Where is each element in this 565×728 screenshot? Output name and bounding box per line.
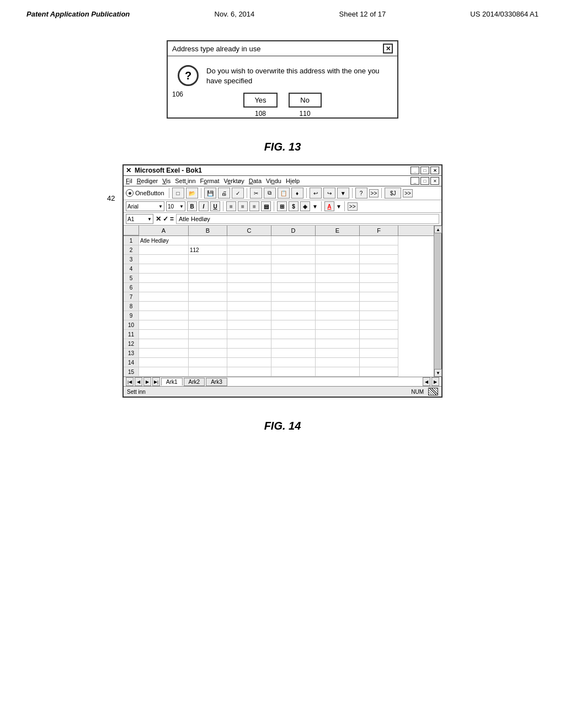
cell-b4[interactable]: [189, 264, 227, 274]
cell-c10[interactable]: [227, 320, 271, 330]
cell-b12[interactable]: [189, 339, 227, 349]
tab-scroll-end[interactable]: ▶: [431, 377, 439, 386]
paste-btn[interactable]: 📋: [278, 188, 290, 199]
menu-vis[interactable]: Vis: [162, 178, 170, 184]
cell-e13[interactable]: [316, 349, 360, 358]
cell-f6[interactable]: [360, 283, 398, 292]
maximize-button[interactable]: □: [420, 167, 429, 174]
yes-button[interactable]: Yes: [243, 93, 277, 108]
cell-b14[interactable]: [189, 358, 227, 367]
doc-close-button[interactable]: ✕: [430, 177, 439, 185]
size-select[interactable]: 10 ▼: [166, 201, 185, 211]
tab-next-button[interactable]: ▶: [143, 377, 151, 386]
cell-f4[interactable]: [360, 264, 398, 274]
cell-c8[interactable]: [227, 302, 271, 311]
cell-b6[interactable]: [189, 283, 227, 292]
cell-d6[interactable]: [271, 283, 316, 292]
cell-b15[interactable]: [189, 367, 227, 377]
bold-button[interactable]: B: [187, 201, 197, 211]
cell-e8[interactable]: [316, 302, 360, 311]
extra-btn[interactable]: $J: [385, 188, 401, 199]
sheet-tab-ark2[interactable]: Ark2: [184, 378, 205, 386]
cell-d1[interactable]: [271, 236, 316, 245]
cell-d9[interactable]: [271, 311, 316, 320]
cell-a11[interactable]: [139, 330, 189, 339]
cell-a1[interactable]: Atle Hedløy: [139, 236, 189, 245]
align-left-btn[interactable]: ≡: [226, 201, 236, 211]
cell-e6[interactable]: [316, 283, 360, 292]
cell-d2[interactable]: [271, 245, 316, 255]
cell-c4[interactable]: [227, 264, 271, 274]
menu-hielp[interactable]: Hielp: [286, 178, 300, 184]
align-center-btn[interactable]: ≡: [238, 201, 248, 211]
cell-c14[interactable]: [227, 358, 271, 367]
cell-f15[interactable]: [360, 367, 398, 377]
cell-a14[interactable]: [139, 358, 189, 367]
cell-c12[interactable]: [227, 339, 271, 349]
cell-b7[interactable]: [189, 292, 227, 302]
cell-b3[interactable]: [189, 255, 227, 264]
cell-d15[interactable]: [271, 367, 316, 377]
cell-d10[interactable]: [271, 320, 316, 330]
cut-btn[interactable]: ✂: [250, 188, 262, 199]
cell-d11[interactable]: [271, 330, 316, 339]
tab-scroll-right[interactable]: ◀: [423, 377, 430, 386]
preview-btn[interactable]: ✓: [232, 188, 244, 199]
cell-f2[interactable]: [360, 245, 398, 255]
menu-verktoy[interactable]: Verktøy: [223, 178, 244, 184]
col-header-c[interactable]: C: [227, 226, 271, 235]
cell-e12[interactable]: [316, 339, 360, 349]
cell-c7[interactable]: [227, 292, 271, 302]
tab-prev-button[interactable]: ◀: [135, 377, 142, 386]
font-select[interactable]: Arial ▼: [126, 201, 164, 211]
cell-c15[interactable]: [227, 367, 271, 377]
close-button[interactable]: ✕: [430, 167, 439, 174]
col-header-e[interactable]: E: [316, 226, 360, 235]
menu-format[interactable]: Format: [200, 178, 220, 184]
col-header-b[interactable]: B: [189, 226, 227, 235]
cell-b11[interactable]: [189, 330, 227, 339]
tab-first-button[interactable]: |◀: [126, 377, 134, 386]
menu-data[interactable]: Data: [249, 178, 262, 184]
undo-btn[interactable]: ↩: [310, 188, 322, 199]
cell-a13[interactable]: [139, 349, 189, 358]
col-header-d[interactable]: D: [271, 226, 316, 235]
cell-c9[interactable]: [227, 311, 271, 320]
cell-c5[interactable]: [227, 274, 271, 283]
cell-c11[interactable]: [227, 330, 271, 339]
cell-c3[interactable]: [227, 255, 271, 264]
menu-fil[interactable]: Fil: [126, 178, 132, 184]
cell-c13[interactable]: [227, 349, 271, 358]
cell-f13[interactable]: [360, 349, 398, 358]
toolbar-more-1[interactable]: >>: [369, 189, 379, 197]
sheet-tab-ark1[interactable]: Ark1: [161, 378, 183, 386]
cell-f10[interactable]: [360, 320, 398, 330]
currency-btn[interactable]: $: [289, 201, 299, 211]
cell-e3[interactable]: [316, 255, 360, 264]
highlight-btn[interactable]: ◈: [300, 201, 310, 211]
cell-a12[interactable]: [139, 339, 189, 349]
cell-a5[interactable]: [139, 274, 189, 283]
formula-content[interactable]: Atle Hedløy: [176, 214, 439, 224]
col-header-f[interactable]: F: [360, 226, 398, 235]
cell-e14[interactable]: [316, 358, 360, 367]
cell-e5[interactable]: [316, 274, 360, 283]
no-button[interactable]: No: [289, 93, 322, 108]
cell-e7[interactable]: [316, 292, 360, 302]
cell-a2[interactable]: [139, 245, 189, 255]
minimize-button[interactable]: _: [411, 167, 419, 174]
cell-d13[interactable]: [271, 349, 316, 358]
cell-a8[interactable]: [139, 302, 189, 311]
cell-e9[interactable]: [316, 311, 360, 320]
cell-f3[interactable]: [360, 255, 398, 264]
print-btn[interactable]: 🖨: [218, 188, 230, 199]
toolbar-more-2[interactable]: >>: [403, 189, 413, 197]
menu-vindu[interactable]: Vindu: [266, 178, 281, 184]
cell-f7[interactable]: [360, 292, 398, 302]
vertical-scrollbar[interactable]: ▲ ▼: [434, 226, 441, 377]
cell-b10[interactable]: [189, 320, 227, 330]
cell-d3[interactable]: [271, 255, 316, 264]
cell-b9[interactable]: [189, 311, 227, 320]
cell-a3[interactable]: [139, 255, 189, 264]
cell-b8[interactable]: [189, 302, 227, 311]
